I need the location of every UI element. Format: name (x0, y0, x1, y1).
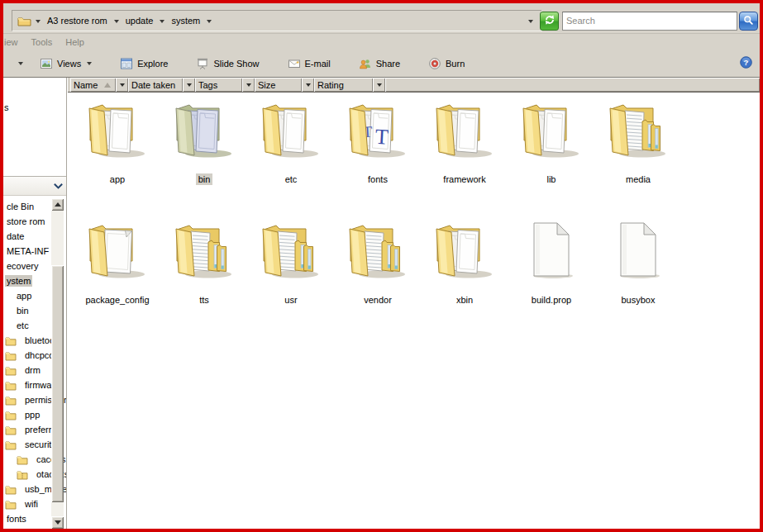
column-header-rating[interactable]: Rating (314, 78, 373, 92)
file-item-label: xbin (454, 294, 475, 306)
toolbar-overflow-chevron-icon[interactable] (18, 62, 23, 65)
folder-stuffed-icon (260, 218, 322, 281)
scroll-down-button[interactable] (51, 516, 64, 529)
column-header-filler (385, 78, 760, 92)
file-item-label: lib (544, 173, 558, 185)
folder-icon (5, 410, 20, 420)
file-item-label: app (107, 173, 127, 185)
file-item-framework[interactable]: framework (425, 97, 504, 218)
tree-scrollbar[interactable] (51, 198, 64, 529)
history-chevron-down-icon[interactable] (528, 20, 533, 23)
favorite-link-fragment[interactable]: s (4, 102, 9, 112)
folder-icon (5, 380, 20, 391)
refresh-icon (543, 13, 556, 28)
file-item-label: usr (282, 294, 299, 306)
scrollbar-thumb[interactable] (51, 265, 64, 502)
column-header-tags[interactable]: Tags (195, 78, 242, 92)
arrow-up-icon (55, 199, 61, 207)
tree-item-label: cle Bin (5, 201, 36, 212)
folders-band[interactable] (3, 176, 66, 196)
breadcrumb-system[interactable]: system (169, 16, 203, 26)
chevron-down-icon (306, 83, 311, 87)
tree-item-label: META-INF (5, 245, 50, 257)
file-item-label: etc (283, 173, 300, 185)
column-filter-name[interactable] (116, 78, 128, 92)
file-item-busybox[interactable]: busybox (598, 218, 678, 339)
file-item-usr[interactable]: usr (251, 218, 331, 339)
toolbar-button-burn[interactable]: Burn (425, 55, 468, 73)
toolbar-button-e-mail[interactable]: E-mail (284, 55, 334, 73)
file-item-build-prop[interactable]: build.prop (512, 218, 591, 339)
column-filter-size[interactable] (302, 78, 314, 92)
toolbar-button-label: Slide Show (213, 59, 259, 69)
chevron-down-icon[interactable] (87, 62, 92, 65)
file-item-tts[interactable]: tts (165, 218, 244, 339)
column-label: Tags (198, 80, 217, 90)
search-button[interactable] (739, 12, 758, 31)
scroll-up-button[interactable] (51, 198, 64, 211)
column-label: Date taken (131, 80, 175, 90)
chevron-down-icon[interactable] (36, 20, 41, 23)
toolbar-button-explore[interactable]: Explore (117, 55, 171, 73)
address-bar: A3 restore romupdatesystem (3, 8, 760, 33)
tree-item-label: ppp (23, 409, 41, 420)
burn-icon (428, 57, 446, 70)
breadcrumb-update[interactable]: update (123, 16, 156, 26)
file-list-pane: NameDate takenTagsSizeRating appbinetcTT… (68, 78, 760, 529)
svg-text:T: T (374, 125, 389, 150)
search-input[interactable] (563, 13, 737, 29)
toolbar-button-label: Explore (137, 59, 168, 69)
help-button[interactable]: ? (740, 56, 753, 69)
tree-item-label: bin (15, 305, 31, 316)
file-item-xbin[interactable]: xbin (425, 218, 504, 339)
file-item-media[interactable]: media (598, 97, 678, 218)
svg-text:?: ? (744, 58, 749, 67)
document-icon (520, 218, 583, 281)
file-item-lib[interactable]: lib (512, 97, 591, 218)
tree-item-label: ystem (5, 275, 32, 287)
folder-with-documents-icon (86, 97, 149, 160)
file-item-app[interactable]: app (78, 97, 157, 218)
file-item-bin[interactable]: bin (165, 97, 244, 218)
chevron-down-icon[interactable] (114, 20, 119, 23)
column-header-date-taken[interactable]: Date taken (128, 78, 183, 92)
search-box (562, 12, 737, 31)
toolbar-button-views[interactable]: Views (36, 55, 95, 73)
folder-icon (5, 499, 20, 510)
chevron-down-icon[interactable] (160, 20, 165, 23)
sort-ascending-icon (104, 83, 111, 88)
menu-help[interactable]: Help (59, 36, 91, 49)
toolbar-button-slide-show[interactable]: Slide Show (193, 55, 262, 73)
tree-item-label: store rom (5, 216, 46, 227)
column-filter-date-taken[interactable] (183, 78, 195, 92)
refresh-button[interactable] (540, 12, 559, 31)
column-filter-tags[interactable] (242, 78, 255, 92)
breadcrumb[interactable]: A3 restore romupdatesystem (12, 10, 542, 31)
document-icon (607, 218, 670, 281)
file-item-fonts[interactable]: TTfonts (338, 97, 417, 218)
menu-view[interactable]: iew (3, 36, 25, 49)
slideshow-icon (196, 57, 213, 70)
column-headers: NameDate takenTagsSizeRating (68, 78, 760, 93)
toolbar-button-share[interactable]: Share (355, 55, 403, 73)
file-item-vendor[interactable]: vendor (338, 218, 417, 339)
file-item-package-config[interactable]: package_config (78, 218, 157, 339)
navigation-pane: s cle Binstore romdateMETA-INFecoveryyst… (3, 78, 67, 529)
column-header-name[interactable]: Name (70, 78, 116, 92)
breadcrumb-a3-restore-rom[interactable]: A3 restore rom (45, 16, 110, 26)
tree-item-label: date (5, 230, 26, 242)
explore-icon (120, 57, 137, 70)
column-filter-rating[interactable] (373, 78, 385, 92)
column-header-size[interactable]: Size (255, 78, 302, 92)
magnifier-icon (742, 14, 755, 28)
screenshot-red-border: A3 restore romupdatesystem iew Tools Hel… (0, 0, 763, 532)
chevron-down-icon (377, 83, 382, 87)
file-item-label: bin (196, 173, 213, 185)
file-item-etc[interactable]: etc (251, 97, 331, 218)
menu-tools[interactable]: Tools (25, 36, 60, 49)
address-bar-right (528, 10, 758, 31)
content-region: s cle Binstore romdateMETA-INFecoveryyst… (3, 77, 760, 529)
file-item-label: vendor (361, 294, 394, 306)
folder-stuffed-icon (607, 97, 670, 160)
chevron-down-icon[interactable] (207, 20, 212, 23)
